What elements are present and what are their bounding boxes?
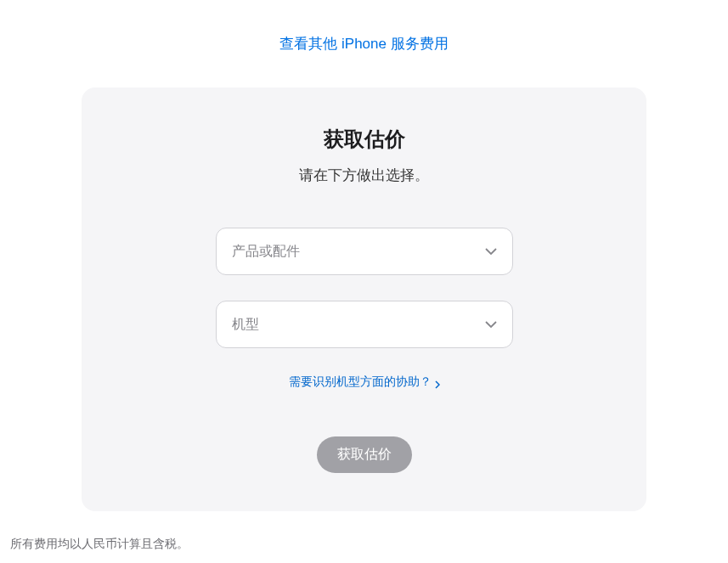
model-select[interactable]: 机型 [216, 301, 513, 348]
product-select-wrapper: 产品或配件 [216, 228, 513, 275]
help-link-label: 需要识别机型方面的协助？ [289, 374, 432, 390]
identify-model-help-link[interactable]: 需要识别机型方面的协助？ [289, 374, 440, 390]
chevron-down-icon [485, 248, 497, 255]
chevron-right-icon [435, 378, 440, 386]
product-select[interactable]: 产品或配件 [216, 228, 513, 275]
card-subtitle: 请在下方做出选择。 [133, 166, 595, 185]
get-estimate-button[interactable]: 获取估价 [317, 436, 412, 473]
chevron-down-icon [485, 321, 497, 328]
model-select-wrapper: 机型 [216, 301, 513, 348]
top-link-container: 查看其他 iPhone 服务费用 [8, 34, 720, 53]
estimate-card: 获取估价 请在下方做出选择。 产品或配件 机型 需要识别机型方面的协助？ [82, 87, 646, 511]
model-select-placeholder: 机型 [232, 316, 259, 334]
note-currency: 所有费用均以人民币计算且含税。 [8, 532, 720, 555]
other-service-fees-link[interactable]: 查看其他 iPhone 服务费用 [279, 36, 448, 52]
product-select-placeholder: 产品或配件 [232, 243, 300, 261]
card-title: 获取估价 [133, 126, 595, 153]
